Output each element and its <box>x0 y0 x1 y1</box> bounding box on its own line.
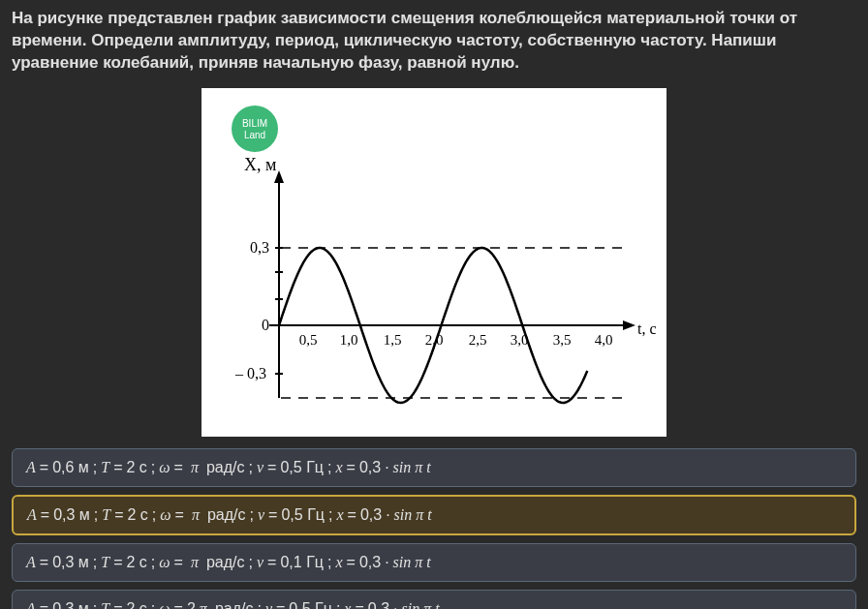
svg-text:1,5: 1,5 <box>384 332 402 348</box>
svg-text:2,5: 2,5 <box>469 332 487 348</box>
svg-text:4,0: 4,0 <box>595 332 613 348</box>
chart-svg: BILIM Land X, м t, с 0,3 0 – 0,3 0,5 <box>202 88 666 437</box>
x-ticks: 0,5 1,0 1,5 2,0 2,5 3,0 3,5 4,0 <box>299 332 613 348</box>
options-list: A = 0,6 м; T = 2 с; ω = π рад/с; ν = 0,5… <box>8 448 860 609</box>
logo-circle <box>232 106 278 152</box>
question-text: На рисунке представлен график зависимост… <box>8 8 860 75</box>
svg-text:– 0,3: – 0,3 <box>234 365 266 381</box>
svg-text:3,5: 3,5 <box>553 332 572 348</box>
option-1[interactable]: A = 0,6 м; T = 2 с; ω = π рад/с; ν = 0,5… <box>12 448 856 487</box>
chart-container: BILIM Land X, м t, с 0,3 0 – 0,3 0,5 <box>202 88 666 437</box>
axes <box>269 170 636 398</box>
svg-text:0,3: 0,3 <box>250 239 269 256</box>
logo-text-2: Land <box>244 130 265 140</box>
option-4[interactable]: A = 0,3 м; T = 2 с; ω = 2π рад/с; ν = 0,… <box>12 590 856 609</box>
logo-text-1: BILIM <box>242 118 267 129</box>
svg-marker-3 <box>623 320 636 330</box>
option-2[interactable]: A = 0,3 м; T = 2 с; ω = π рад/с; ν = 0,5… <box>12 495 856 535</box>
y-axis-label: X, м <box>244 155 276 174</box>
svg-text:0: 0 <box>262 317 269 333</box>
svg-text:1,0: 1,0 <box>340 332 358 348</box>
y-ticks: 0,3 0 – 0,3 <box>234 239 283 381</box>
svg-text:0,5: 0,5 <box>299 332 318 348</box>
option-3[interactable]: A = 0,3 м; T = 2 с; ω = π рад/с; ν = 0,1… <box>12 543 856 582</box>
x-axis-label: t, с <box>637 320 657 337</box>
